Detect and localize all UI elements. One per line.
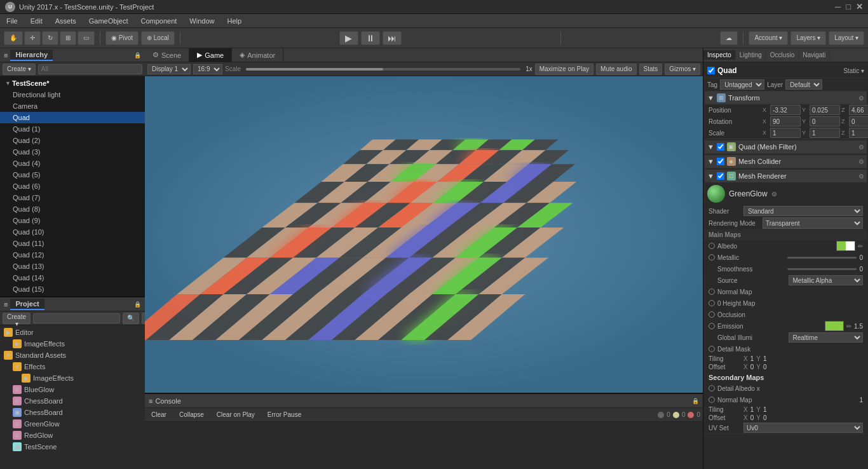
- global-illum-select[interactable]: Realtime: [789, 332, 864, 343]
- hierarchy-search[interactable]: [38, 64, 142, 74]
- mesh-renderer-settings[interactable]: ⚙: [858, 173, 864, 180]
- hierarchy-tab[interactable]: Hierarchy: [10, 50, 53, 61]
- rect-tool[interactable]: ▭: [78, 31, 95, 45]
- hierarchy-item-quad3[interactable]: Quad (3): [0, 146, 145, 158]
- console-error-pause-button[interactable]: Error Pause: [264, 409, 305, 421]
- menu-assets[interactable]: Assets: [53, 16, 79, 26]
- mute-audio-button[interactable]: Mute audio: [596, 64, 636, 75]
- rotate-tool[interactable]: ↻: [42, 31, 58, 45]
- hierarchy-item-quad9[interactable]: Quad (9): [0, 215, 145, 226]
- project-item-chessboard1[interactable]: ⊙ ChessBoard: [0, 395, 145, 407]
- smoothness-slider[interactable]: [787, 268, 857, 270]
- hierarchy-lock[interactable]: 🔒: [134, 52, 141, 58]
- position-z[interactable]: [849, 105, 868, 115]
- inspector-tab-navigation[interactable]: Navigati: [799, 50, 830, 60]
- hierarchy-item-quad7[interactable]: Quad (7): [0, 192, 145, 203]
- material-settings[interactable]: ⚙: [771, 191, 777, 198]
- stats-button[interactable]: Stats: [639, 64, 663, 75]
- hierarchy-item-quad5[interactable]: Quad (5): [0, 169, 145, 180]
- mesh-renderer-header[interactable]: ▼ ⊡ Mesh Renderer ⚙: [705, 170, 867, 182]
- project-search[interactable]: [33, 313, 120, 323]
- scale-y[interactable]: [810, 128, 840, 138]
- hierarchy-item-testscene[interactable]: ▼ TestScene*: [0, 78, 145, 89]
- hierarchy-item-quad14[interactable]: Quad (14): [0, 272, 145, 283]
- console-collapse-button[interactable]: Collapse: [175, 409, 208, 421]
- project-item-blueglow[interactable]: ⊙ BlueGlow: [0, 384, 145, 395]
- menu-window[interactable]: Window: [187, 16, 217, 26]
- menu-help[interactable]: Help: [224, 16, 244, 26]
- project-tab[interactable]: Project: [10, 299, 44, 310]
- project-item-imageeffects2[interactable]: ▶ ImageEffects: [0, 372, 145, 384]
- scale-bar[interactable]: [246, 68, 520, 71]
- pause-button[interactable]: ⏸: [361, 31, 380, 45]
- hierarchy-item-quad12[interactable]: Quad (12): [0, 249, 145, 261]
- hierarchy-item-quad10[interactable]: Quad (10): [0, 226, 145, 238]
- emission-edit[interactable]: ✏: [846, 323, 851, 330]
- hierarchy-item-quad[interactable]: Quad: [0, 112, 145, 123]
- hierarchy-item-quad4[interactable]: Quad (4): [0, 158, 145, 169]
- hierarchy-item-quad13[interactable]: Quad (13): [0, 261, 145, 272]
- project-item-testscene[interactable]: ▣ TestScene: [0, 441, 145, 452]
- maximize-on-play-button[interactable]: Maximize on Play: [535, 64, 593, 75]
- hierarchy-item-camera[interactable]: Camera: [0, 100, 145, 112]
- mesh-collider-header[interactable]: ▼ ◈ Mesh Collider ⚙: [705, 155, 867, 168]
- rotation-y[interactable]: [810, 116, 840, 126]
- position-y[interactable]: [810, 105, 840, 115]
- metallic-slider[interactable]: [787, 257, 857, 259]
- cloud-button[interactable]: ☁: [720, 31, 738, 45]
- project-item-standardassets[interactable]: ▼ Standard Assets: [0, 350, 145, 361]
- hand-tool[interactable]: ✋: [4, 31, 23, 45]
- mesh-renderer-checkbox[interactable]: [717, 172, 724, 180]
- rotation-z[interactable]: [849, 116, 868, 126]
- tab-scene[interactable]: ⚙ Scene: [145, 48, 189, 62]
- shader-select[interactable]: Standard: [743, 206, 863, 216]
- aspect-select[interactable]: 16:9: [193, 64, 222, 74]
- gizmos-button[interactable]: Gizmos ▾: [665, 64, 700, 75]
- menu-edit[interactable]: Edit: [28, 16, 45, 26]
- inspector-tab-occlusion[interactable]: Occlusio: [766, 50, 799, 60]
- mesh-filter-settings[interactable]: ⚙: [858, 144, 864, 151]
- project-item-editor[interactable]: ▶ Editor: [0, 327, 145, 338]
- mesh-collider-checkbox[interactable]: [717, 158, 724, 165]
- object-active-checkbox[interactable]: [707, 67, 715, 74]
- move-tool[interactable]: ✛: [24, 31, 41, 45]
- project-item-redglow[interactable]: ⊙ RedGlow: [0, 430, 145, 441]
- rotation-x[interactable]: [770, 116, 801, 126]
- emission-swatch[interactable]: [825, 321, 844, 331]
- tag-select[interactable]: Untagged: [720, 79, 764, 90]
- project-item-effects[interactable]: ▼ Effects: [0, 361, 145, 372]
- hierarchy-item-quad8[interactable]: Quad (8): [0, 203, 145, 215]
- layers-dropdown[interactable]: Layers ▾: [790, 31, 826, 45]
- hierarchy-item-quad6[interactable]: Quad (6): [0, 180, 145, 192]
- scale-tool[interactable]: ⊞: [60, 31, 76, 45]
- hierarchy-item-quad11[interactable]: Quad (11): [0, 238, 145, 249]
- menu-gameobject[interactable]: GameObject: [86, 16, 131, 26]
- tab-game[interactable]: ▶ Game: [189, 48, 232, 62]
- layer-select[interactable]: Default: [785, 79, 822, 90]
- step-button[interactable]: ⏭: [383, 31, 402, 45]
- menu-component[interactable]: Component: [138, 16, 179, 26]
- layout-dropdown[interactable]: Layout ▾: [829, 31, 864, 45]
- inspector-tab-lighting[interactable]: Lighting: [736, 50, 766, 60]
- close-button[interactable]: ✕: [856, 2, 863, 11]
- console-clear-on-play-button[interactable]: Clear on Play: [213, 409, 259, 421]
- scale-x[interactable]: [770, 128, 801, 138]
- console-clear-button[interactable]: Clear: [147, 409, 170, 421]
- project-item-imageeffects[interactable]: ▶ ImageEffects: [0, 338, 145, 350]
- maximize-button[interactable]: □: [846, 2, 851, 11]
- hierarchy-item-quad15[interactable]: Quad (15): [0, 283, 145, 295]
- hierarchy-item-quad1[interactable]: Quad (1): [0, 123, 145, 135]
- transform-settings[interactable]: ⚙: [858, 95, 864, 102]
- project-search-btn[interactable]: 🔍: [123, 313, 139, 324]
- albedo-edit[interactable]: ✏: [858, 243, 863, 250]
- mesh-collider-settings[interactable]: ⚙: [858, 158, 864, 165]
- static-dropdown[interactable]: Static ▾: [843, 67, 864, 74]
- mesh-filter-header[interactable]: ▼ ▣ Quad (Mesh Filter) ⚙: [705, 140, 867, 153]
- menu-file[interactable]: File: [4, 16, 20, 26]
- albedo-swatch[interactable]: [836, 241, 855, 251]
- tab-animator[interactable]: ◈ Animator: [232, 48, 283, 62]
- project-item-chessboard2[interactable]: ▣ ChessBoard: [0, 407, 145, 418]
- minimize-button[interactable]: ─: [835, 2, 841, 11]
- console-lock[interactable]: 🔒: [692, 398, 699, 404]
- mesh-filter-checkbox[interactable]: [717, 143, 724, 151]
